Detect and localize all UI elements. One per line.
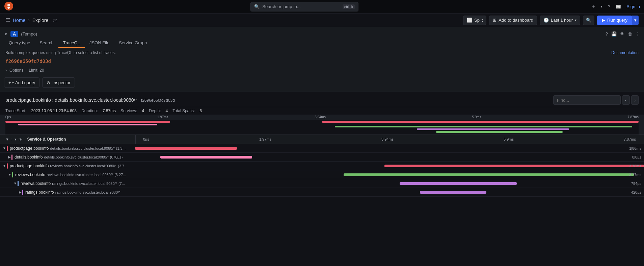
find-input[interactable]	[553, 95, 621, 105]
timeline-tick-1: 1.97ms	[259, 137, 271, 141]
query-header-right: ? 💾 👁 🗑 ⋮	[606, 31, 640, 37]
span-expand-icon[interactable]: ▼	[14, 182, 17, 185]
run-query-dropdown-button[interactable]: ▾	[632, 16, 639, 25]
query-eye-icon[interactable]: 👁	[620, 31, 624, 37]
query-label-a: A	[10, 31, 18, 37]
span-bar	[344, 173, 634, 176]
trace-title: productpage.bookinfo : details.bookinfo.…	[5, 97, 175, 103]
query-more-icon[interactable]: ⋮	[636, 31, 640, 37]
query-info-text: Build complex queries using TraceQL to s…	[5, 50, 116, 55]
trace-meta: Trace Start: 2023-10-06 11:23:54.608 Dur…	[0, 107, 644, 115]
span-expand-icon[interactable]: ▶	[19, 190, 22, 194]
add-to-dashboard-button[interactable]: ⊞ Add to dashboard	[489, 16, 537, 25]
tab-json-file[interactable]: JSON File	[85, 38, 114, 48]
options-label: Options	[9, 68, 23, 73]
tab-search[interactable]: Search	[35, 38, 58, 48]
span-right-col: 794µs	[135, 179, 644, 188]
span-operation: reviews.bookinfo.svc.cluster.local:9080/…	[47, 173, 113, 177]
inspector-button[interactable]: ⊙ Inspector	[42, 77, 75, 88]
span-bar	[400, 182, 517, 185]
help-icon[interactable]: ?	[608, 4, 610, 9]
span-table-header: ▼ › ▾ ≫ Service & Operation 0µs 1.97ms 3…	[0, 135, 644, 144]
plus-icon[interactable]: +	[592, 3, 595, 10]
span-duration-label: 420µs	[631, 190, 641, 194]
hamburger-menu[interactable]: ☰	[5, 17, 10, 23]
news-icon[interactable]: 📰	[616, 4, 621, 9]
global-search-box[interactable]: 🔍 Search or jump to... ctrl+k	[250, 2, 358, 11]
topbar-search-area: 🔍 Search or jump to... ctrl+k	[18, 2, 592, 11]
timeline-tick-4: 7.87ms	[624, 137, 636, 141]
trace-id-display: f2696e650fd7d03d	[141, 98, 175, 103]
add-query-button[interactable]: + + Add query	[4, 77, 39, 88]
depth-label: Depth:	[149, 108, 161, 113]
split-button[interactable]: ⬜ Split	[463, 16, 486, 25]
query-options[interactable]: › Options Limit: 20	[0, 67, 644, 75]
span-expand-icon[interactable]: ▼	[8, 173, 11, 176]
tick-3: 5.9ms	[472, 115, 481, 119]
duration-label: Duration:	[81, 108, 98, 113]
span-service-name: productpage.bookinfo	[10, 146, 49, 151]
table-row[interactable]: ▼reviews.bookinfo ratings.bookinfo.svc.c…	[0, 179, 644, 188]
zoom-out-button[interactable]: 🔍	[583, 16, 594, 25]
documentation-link[interactable]: Documentation	[611, 50, 639, 55]
duration-value: 7.87ms	[103, 108, 116, 113]
breadcrumb-home[interactable]: Home	[13, 18, 25, 23]
tab-query-type[interactable]: Query type	[4, 38, 35, 48]
run-query-button[interactable]: ▶ Run query	[597, 16, 632, 25]
query-help-icon[interactable]: ?	[606, 31, 608, 37]
search-kbd-hint: ctrl+k	[343, 4, 355, 9]
find-prev-button[interactable]: ‹	[622, 95, 629, 105]
span-bar-container: 8|0µs	[135, 154, 644, 160]
span-left-col: ▶details.bookinfo details.bookinfo.svc.c…	[0, 154, 135, 160]
topbar: 🔍 Search or jump to... ctrl+k + ▾ ? 📰 Si…	[0, 0, 644, 14]
more-icon[interactable]: ≫	[19, 137, 23, 142]
span-bar-container: 420µs	[135, 190, 644, 195]
split-icon: ⬜	[467, 18, 472, 23]
breadcrumb-explore[interactable]: Explore	[32, 18, 48, 23]
find-next-button[interactable]: ›	[631, 95, 639, 105]
query-info-bar: Build complex queries using TraceQL to s…	[0, 48, 644, 57]
sign-in-button[interactable]: Sign in	[626, 4, 640, 9]
tab-traceql[interactable]: TraceQL	[58, 38, 85, 48]
span-expand-icon[interactable]: ▶	[8, 155, 11, 159]
depth-value: 4	[166, 108, 168, 113]
svg-point-1	[7, 4, 10, 6]
span-right-col: 420µs	[135, 188, 644, 196]
span-expand-icon[interactable]: ▼	[3, 164, 6, 168]
collapse-all-icon[interactable]: ▼	[5, 137, 9, 141]
grafana-logo[interactable]	[4, 1, 14, 12]
table-row[interactable]: ▶details.bookinfo details.bookinfo.svc.c…	[0, 153, 644, 162]
expand-col-icon[interactable]: ›	[11, 137, 12, 141]
table-row[interactable]: ▼reviews.bookinfo reviews.bookinfo.svc.c…	[0, 170, 644, 179]
tick-1: 1.97ms	[157, 115, 168, 119]
span-color-indicator	[18, 181, 19, 186]
breadcrumb-bar: ☰ Home › Explore ⇄ ⬜ Split ⊞ Add to dash…	[0, 14, 644, 27]
table-row[interactable]: ▶ratings.bookinfo ratings.bookinfo.svc.c…	[0, 188, 644, 197]
span-expand-icon[interactable]: ▼	[3, 146, 6, 150]
trace-id-input[interactable]	[5, 58, 639, 64]
table-row[interactable]: ▼productpage.bookinfo reviews.bookinfo.s…	[0, 162, 644, 170]
span-left-col: ▼reviews.bookinfo ratings.bookinfo.svc.c…	[0, 181, 135, 186]
timeline-tick-2: 3.94ms	[381, 137, 394, 141]
span-duration-label: 1|86ms	[629, 146, 641, 150]
span-left-col: ▶ratings.bookinfo ratings.bookinfo.svc.c…	[0, 190, 135, 195]
span-operation: details.bookinfo.svc.cluster.local:9080/…	[50, 146, 114, 150]
query-footer: + + Add query ⊙ Inspector	[0, 75, 644, 92]
collapse-icon[interactable]: ▾	[15, 137, 17, 142]
tab-service-graph[interactable]: Service Graph	[114, 38, 152, 48]
limit-badge: Limit: 20	[29, 68, 44, 73]
query-tempo-label: (Tempo)	[21, 31, 37, 37]
trace-find: ‹ ›	[553, 95, 639, 105]
span-duration-detail: (3.27...	[114, 173, 126, 177]
table-row[interactable]: ▼productpage.bookinfo details.bookinfo.s…	[0, 144, 644, 153]
time-range-button[interactable]: 🕐 Last 1 hour ▾	[540, 16, 580, 25]
span-left-col: ▼productpage.bookinfo reviews.bookinfo.s…	[0, 163, 135, 169]
query-delete-icon[interactable]: 🗑	[628, 31, 632, 37]
chevron-down-icon[interactable]: ▾	[600, 4, 602, 9]
query-collapse-button[interactable]: ▼	[4, 32, 8, 36]
minimap-canvas[interactable]	[5, 120, 639, 135]
span-duration-detail: (3.7...	[118, 164, 127, 168]
share-icon[interactable]: ⇄	[53, 18, 57, 23]
column-resize-handle[interactable]	[135, 135, 136, 144]
query-save-icon[interactable]: 💾	[611, 31, 617, 37]
